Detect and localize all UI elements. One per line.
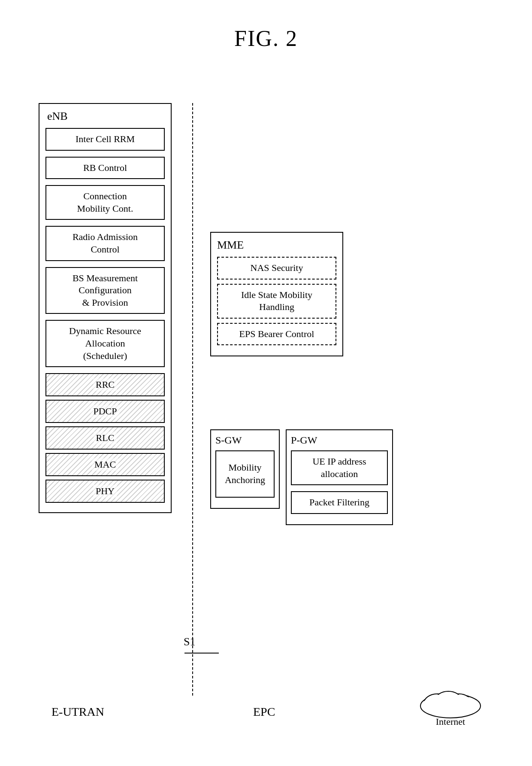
s1-label: S1: [184, 635, 195, 648]
pgw-label: P-GW: [291, 435, 388, 446]
nas-security-box: NAS Security: [217, 257, 336, 280]
bs-measurement-box: BS MeasurementConfiguration& Provision: [45, 267, 165, 314]
enb-label: eNB: [47, 110, 165, 123]
enb-container: eNB Inter Cell RRM RB Control Connection…: [39, 103, 172, 513]
cloud-icon: [416, 684, 485, 719]
pdcp-label: PDCP: [91, 405, 119, 418]
rlc-box: RLC: [45, 426, 165, 450]
rrc-box: RRC: [45, 373, 165, 396]
eutran-label: E-UTRAN: [51, 705, 104, 719]
mme-container: MME NAS Security Idle State MobilityHand…: [210, 232, 343, 356]
idle-state-box: Idle State MobilityHandling: [217, 284, 336, 319]
rlc-label: RLC: [94, 432, 117, 444]
rrc-label: RRC: [93, 378, 117, 391]
inter-cell-rrm-box: Inter Cell RRM: [45, 128, 165, 151]
mac-label: MAC: [92, 458, 118, 471]
sgw-label: S-GW: [215, 435, 275, 446]
eps-bearer-box: EPS Bearer Control: [217, 323, 336, 346]
rb-control-box: RB Control: [45, 157, 165, 179]
s1-line: [184, 653, 219, 654]
mme-label: MME: [217, 239, 336, 252]
pgw-container: P-GW UE IP addressallocation Packet Filt…: [286, 429, 393, 525]
dynamic-resource-box: Dynamic ResourceAllocation(Scheduler): [45, 320, 165, 367]
phy-label: PHY: [93, 485, 117, 498]
svg-point-7: [436, 692, 460, 708]
pdcp-box: PDCP: [45, 400, 165, 423]
mac-box: MAC: [45, 453, 165, 476]
ue-ip-box: UE IP addressallocation: [291, 450, 388, 485]
dashed-separator: [192, 103, 193, 696]
epc-label: EPC: [253, 705, 275, 719]
diagram-area: eNB Inter Cell RRM RB Control Connection…: [26, 77, 506, 732]
phy-box: PHY: [45, 480, 165, 503]
connection-mobility-box: ConnectionMobility Cont.: [45, 185, 165, 220]
mobility-anchoring-box: MobilityAnchoring: [215, 450, 275, 498]
internet-cloud: Internet: [416, 684, 485, 727]
radio-admission-box: Radio AdmissionControl: [45, 226, 165, 261]
sgw-container: S-GW MobilityAnchoring: [210, 429, 280, 509]
page-title: FIG. 2: [0, 0, 532, 68]
packet-filtering-box: Packet Filtering: [291, 491, 388, 514]
